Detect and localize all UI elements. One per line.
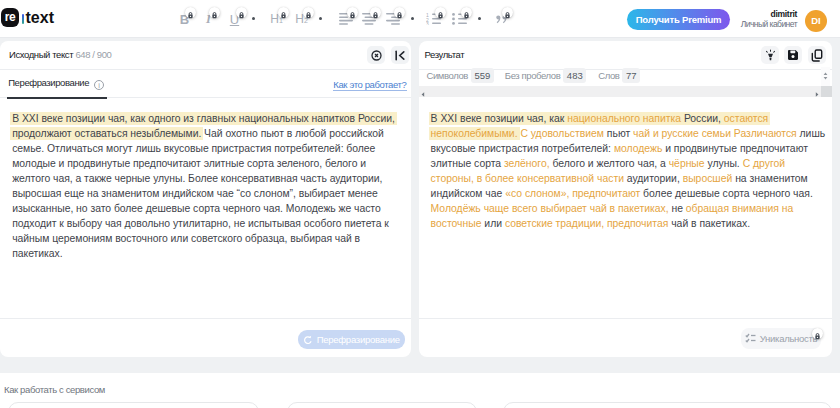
- svg-text:3: 3: [426, 21, 429, 26]
